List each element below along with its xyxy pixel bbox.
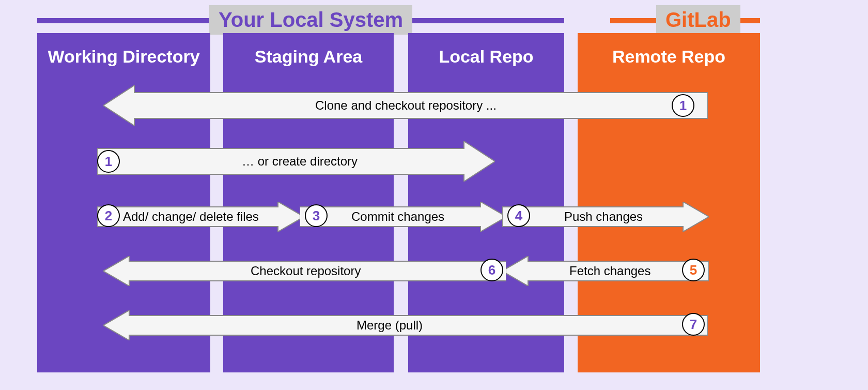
arrow-create-dir: … or create directory bbox=[97, 149, 495, 174]
step-num-push: 4 bbox=[507, 204, 530, 227]
column-title-staging-area: Staging Area bbox=[223, 33, 394, 67]
column-title-local-repo: Local Repo bbox=[408, 33, 564, 67]
step-num-create-dir: 1 bbox=[97, 150, 120, 173]
arrow-push: Push changes bbox=[502, 204, 709, 229]
step-num-checkout: 6 bbox=[481, 259, 503, 281]
header-label-remote: GitLab bbox=[656, 5, 740, 35]
arrow-push-label: Push changes bbox=[564, 209, 643, 224]
arrow-checkout: Checkout repository bbox=[103, 259, 506, 283]
step-num-commit: 3 bbox=[305, 204, 328, 227]
arrow-clone-label: Clone and checkout repository ... bbox=[315, 98, 497, 113]
arrow-fetch: Fetch changes bbox=[502, 259, 709, 283]
arrow-merge: Merge (pull) bbox=[103, 313, 708, 338]
arrow-commit-label: Commit changes bbox=[351, 209, 444, 224]
step-num-clone: 1 bbox=[672, 94, 694, 117]
arrow-create-dir-label: … or create directory bbox=[242, 154, 358, 169]
arrow-merge-label: Merge (pull) bbox=[357, 318, 423, 333]
arrow-commit: Commit changes bbox=[300, 204, 506, 229]
arrow-add-files-label: Add/ change/ delete files bbox=[123, 209, 259, 224]
arrow-add-files: Add/ change/ delete files bbox=[97, 204, 304, 229]
header-label-local: Your Local System bbox=[209, 5, 412, 35]
column-title-working-directory: Working Directory bbox=[37, 33, 210, 67]
step-num-fetch: 5 bbox=[682, 259, 705, 281]
arrow-fetch-label: Fetch changes bbox=[569, 264, 650, 278]
step-num-merge: 7 bbox=[682, 313, 705, 336]
arrow-checkout-label: Checkout repository bbox=[251, 264, 361, 278]
column-title-remote-repo: Remote Repo bbox=[578, 33, 760, 67]
arrow-clone: Clone and checkout repository ... bbox=[103, 93, 708, 118]
step-num-add-files: 2 bbox=[97, 204, 120, 227]
